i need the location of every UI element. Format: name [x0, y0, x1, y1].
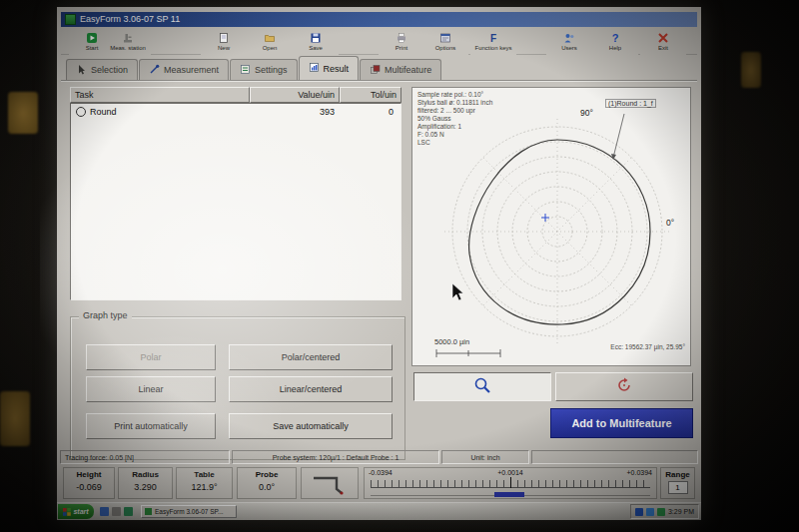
application-window: EasyForm 3.06-07 SP 11 Start Meas. stati… [57, 7, 701, 520]
feature-callout: (1)Round : 1_f [605, 99, 656, 108]
roundness-circle-icon [76, 107, 86, 117]
windows-taskbar: start EasyForm 3.06-07 SP... 3:29 PM [57, 502, 701, 520]
ruler-slider[interactable] [494, 492, 524, 497]
task-tolerance: 0 [340, 107, 400, 117]
help-button[interactable]: ? Help [592, 28, 638, 55]
status-probe-system: Probe system: 120µ/1 : Default Probe : 1 [232, 450, 439, 464]
radius-value: 3.290 [119, 482, 172, 492]
probe-orientation-box[interactable] [301, 467, 359, 499]
printer-icon [396, 32, 407, 44]
quicklaunch-icon-3[interactable] [124, 507, 133, 516]
tab-label: Result [324, 64, 350, 74]
ruler-max-label: +0.0394 [627, 469, 653, 476]
window-title: EasyForm 3.06-07 SP 11 [80, 12, 180, 27]
users-icon [563, 32, 575, 44]
task-table-header: Task Value/uin Tol/uin [70, 87, 401, 103]
start-menu-button[interactable]: start [58, 504, 94, 519]
polar-rotate-icon [615, 376, 633, 398]
tab-selection[interactable]: Selection [66, 59, 138, 80]
info-sample-rate: Sample rate pol.: 0.10° [417, 91, 492, 99]
function-keys-button[interactable]: F Function keys [470, 28, 516, 55]
column-header-value[interactable]: Value/uin [250, 87, 340, 103]
probe-value: 0.0° [238, 482, 296, 492]
task-name: Round [90, 107, 250, 117]
status-tracing-force: Tracing force: 0.05 [N] [60, 450, 230, 464]
tab-label: Measurement [164, 65, 219, 75]
status-spacer [531, 450, 698, 464]
open-button[interactable]: Open [247, 28, 293, 55]
start-label: start [73, 508, 88, 515]
polar-centered-button[interactable]: Polar/centered [229, 344, 393, 370]
system-tray: 3:29 PM [630, 504, 699, 519]
zoom-button[interactable] [413, 372, 551, 401]
save-floppy-icon [310, 32, 322, 44]
tab-multifeature[interactable]: Multifeature [360, 59, 441, 80]
options-button[interactable]: Options [422, 28, 468, 55]
polar-button[interactable]: Polar [86, 344, 216, 370]
toolbar-button-label: Print [396, 45, 407, 51]
table-row[interactable]: Round 393 0 [71, 104, 400, 120]
range-selector[interactable]: Range 1 [660, 467, 695, 499]
meas-station-button[interactable]: Meas. station [105, 28, 151, 55]
easyform-task-icon [145, 508, 152, 515]
tray-icon-2[interactable] [646, 508, 654, 516]
deviation-ruler[interactable]: -0.0394 +0.0014 +0.0394 [364, 467, 657, 499]
add-to-multifeature-button[interactable]: Add to Multifeature [550, 408, 693, 438]
graph-type-title: Graph type [79, 310, 132, 320]
users-button[interactable]: Users [546, 28, 592, 55]
axis-readout-panel: Height -0.069 Radius 3.290 Table 121.9° … [60, 465, 698, 503]
info-gauss: 50% Gauss [417, 115, 492, 123]
status-unit: Unit: inch [441, 450, 529, 464]
quicklaunch-icon-2[interactable] [112, 507, 121, 516]
bezel-tape [8, 92, 38, 134]
clock: 3:29 PM [668, 508, 694, 515]
save-button[interactable]: Save [293, 28, 339, 55]
ruler-center-label: +0.0014 [497, 469, 523, 476]
polar-plot-panel[interactable]: Sample rate pol.: 0.10° Stylus ball ø: 0… [411, 87, 691, 366]
tab-divider [61, 80, 697, 82]
column-header-task[interactable]: Task [70, 87, 250, 103]
ruler-center-tick [510, 477, 511, 488]
new-button[interactable]: New [201, 28, 247, 55]
print-automatically-button[interactable]: Print automatically [86, 413, 216, 439]
plot-info-block: Sample rate pol.: 0.10° Stylus ball ø: 0… [417, 91, 492, 147]
tab-measurement[interactable]: Measurement [139, 59, 229, 80]
linear-button[interactable]: Linear [86, 376, 216, 402]
height-value: -0.069 [64, 482, 114, 492]
measurement-probe-icon [149, 64, 160, 77]
measuring-station-icon [122, 32, 134, 44]
info-filter: filtered: 2 ... 500 upr [417, 107, 492, 115]
toolbar-button-label: Options [435, 45, 456, 51]
tab-settings[interactable]: Settings [230, 59, 298, 80]
new-document-icon [218, 32, 230, 44]
probe-stylus-icon [310, 471, 350, 497]
exit-icon [657, 32, 669, 44]
scale-label: 5000.0 µin [434, 337, 469, 346]
polar-view-button[interactable] [555, 372, 693, 401]
window-titlebar[interactable]: EasyForm 3.06-07 SP 11 [61, 12, 697, 27]
save-automatically-button[interactable]: Save automatically [229, 413, 393, 439]
quicklaunch-icon-1[interactable] [100, 507, 109, 516]
info-stylus-ball: Stylus ball ø: 0.11811 inch [417, 99, 492, 107]
print-button[interactable]: Print [379, 28, 424, 55]
column-header-tol[interactable]: Tol/uin [340, 87, 401, 103]
range-value: 1 [668, 481, 688, 494]
ruler-min-label: -0.0394 [369, 469, 393, 476]
radius-readout: Radius 3.290 [118, 467, 173, 499]
graph-type-group: Graph type Polar Polar/centered Linear L… [70, 316, 405, 460]
tray-icon-1[interactable] [635, 508, 643, 516]
probe-angle-readout: Probe 0.0° [237, 467, 297, 499]
magnifier-icon [473, 376, 491, 398]
linear-centered-button[interactable]: Linear/centered [229, 376, 393, 402]
exit-button[interactable]: Exit [640, 28, 686, 55]
height-label: Height [64, 470, 114, 479]
function-keys-icon: F [487, 32, 499, 44]
taskbar-app-button[interactable]: EasyForm 3.06-07 SP... [141, 505, 237, 518]
tab-label: Multifeature [385, 65, 431, 75]
options-panel-icon [439, 32, 451, 44]
tab-label: Settings [255, 65, 288, 75]
tab-result[interactable]: Result [299, 56, 360, 80]
angle-label-0: 0° [666, 218, 674, 228]
tray-icon-3[interactable] [657, 508, 665, 516]
open-folder-icon [264, 32, 276, 44]
